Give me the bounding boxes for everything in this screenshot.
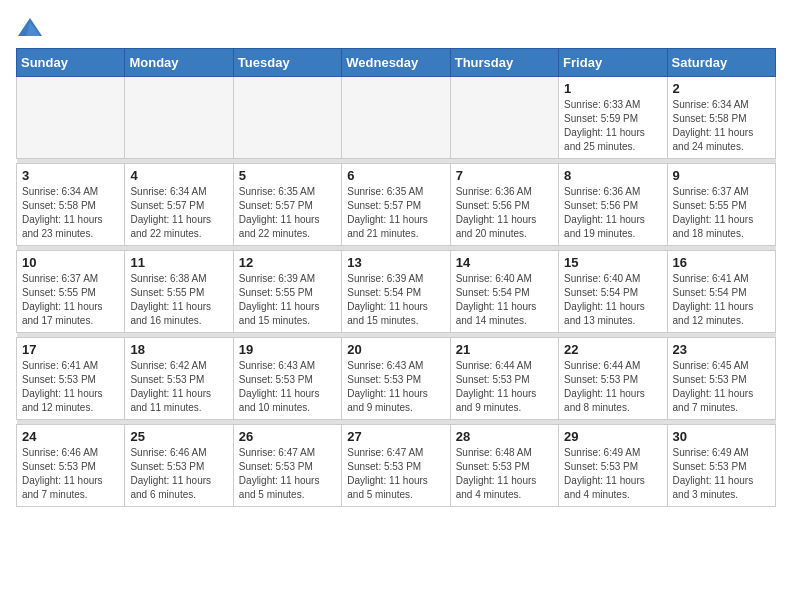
day-info: Sunrise: 6:36 AM Sunset: 5:56 PM Dayligh… [564, 185, 661, 241]
day-number: 24 [22, 429, 119, 444]
day-number: 6 [347, 168, 444, 183]
day-info: Sunrise: 6:44 AM Sunset: 5:53 PM Dayligh… [456, 359, 553, 415]
logo-icon [16, 14, 44, 42]
week-row: 1Sunrise: 6:33 AM Sunset: 5:59 PM Daylig… [17, 77, 776, 159]
calendar-cell [17, 77, 125, 159]
calendar-cell: 27Sunrise: 6:47 AM Sunset: 5:53 PM Dayli… [342, 425, 450, 507]
calendar-cell: 22Sunrise: 6:44 AM Sunset: 5:53 PM Dayli… [559, 338, 667, 420]
day-number: 17 [22, 342, 119, 357]
day-number: 4 [130, 168, 227, 183]
day-info: Sunrise: 6:49 AM Sunset: 5:53 PM Dayligh… [564, 446, 661, 502]
calendar-cell: 25Sunrise: 6:46 AM Sunset: 5:53 PM Dayli… [125, 425, 233, 507]
calendar-cell: 15Sunrise: 6:40 AM Sunset: 5:54 PM Dayli… [559, 251, 667, 333]
calendar-cell: 3Sunrise: 6:34 AM Sunset: 5:58 PM Daylig… [17, 164, 125, 246]
day-info: Sunrise: 6:36 AM Sunset: 5:56 PM Dayligh… [456, 185, 553, 241]
day-number: 19 [239, 342, 336, 357]
day-info: Sunrise: 6:47 AM Sunset: 5:53 PM Dayligh… [239, 446, 336, 502]
calendar-cell: 23Sunrise: 6:45 AM Sunset: 5:53 PM Dayli… [667, 338, 775, 420]
calendar-cell: 30Sunrise: 6:49 AM Sunset: 5:53 PM Dayli… [667, 425, 775, 507]
weekday-header: Wednesday [342, 49, 450, 77]
day-info: Sunrise: 6:39 AM Sunset: 5:54 PM Dayligh… [347, 272, 444, 328]
day-number: 26 [239, 429, 336, 444]
calendar-cell: 13Sunrise: 6:39 AM Sunset: 5:54 PM Dayli… [342, 251, 450, 333]
day-number: 11 [130, 255, 227, 270]
calendar-cell: 20Sunrise: 6:43 AM Sunset: 5:53 PM Dayli… [342, 338, 450, 420]
day-number: 8 [564, 168, 661, 183]
day-number: 25 [130, 429, 227, 444]
calendar-cell [125, 77, 233, 159]
week-row: 10Sunrise: 6:37 AM Sunset: 5:55 PM Dayli… [17, 251, 776, 333]
logo [16, 14, 48, 42]
calendar-cell: 29Sunrise: 6:49 AM Sunset: 5:53 PM Dayli… [559, 425, 667, 507]
day-info: Sunrise: 6:40 AM Sunset: 5:54 PM Dayligh… [564, 272, 661, 328]
weekday-header: Friday [559, 49, 667, 77]
day-info: Sunrise: 6:46 AM Sunset: 5:53 PM Dayligh… [22, 446, 119, 502]
day-number: 22 [564, 342, 661, 357]
calendar-cell: 18Sunrise: 6:42 AM Sunset: 5:53 PM Dayli… [125, 338, 233, 420]
day-info: Sunrise: 6:35 AM Sunset: 5:57 PM Dayligh… [347, 185, 444, 241]
weekday-header: Sunday [17, 49, 125, 77]
day-info: Sunrise: 6:45 AM Sunset: 5:53 PM Dayligh… [673, 359, 770, 415]
day-number: 14 [456, 255, 553, 270]
day-number: 27 [347, 429, 444, 444]
day-info: Sunrise: 6:38 AM Sunset: 5:55 PM Dayligh… [130, 272, 227, 328]
day-info: Sunrise: 6:34 AM Sunset: 5:58 PM Dayligh… [22, 185, 119, 241]
header [16, 10, 776, 42]
day-info: Sunrise: 6:41 AM Sunset: 5:53 PM Dayligh… [22, 359, 119, 415]
day-number: 7 [456, 168, 553, 183]
calendar-cell: 17Sunrise: 6:41 AM Sunset: 5:53 PM Dayli… [17, 338, 125, 420]
day-info: Sunrise: 6:41 AM Sunset: 5:54 PM Dayligh… [673, 272, 770, 328]
day-number: 16 [673, 255, 770, 270]
week-row: 17Sunrise: 6:41 AM Sunset: 5:53 PM Dayli… [17, 338, 776, 420]
day-info: Sunrise: 6:40 AM Sunset: 5:54 PM Dayligh… [456, 272, 553, 328]
calendar-cell: 28Sunrise: 6:48 AM Sunset: 5:53 PM Dayli… [450, 425, 558, 507]
calendar-cell: 26Sunrise: 6:47 AM Sunset: 5:53 PM Dayli… [233, 425, 341, 507]
week-row: 3Sunrise: 6:34 AM Sunset: 5:58 PM Daylig… [17, 164, 776, 246]
calendar-cell: 5Sunrise: 6:35 AM Sunset: 5:57 PM Daylig… [233, 164, 341, 246]
page: SundayMondayTuesdayWednesdayThursdayFrid… [0, 0, 792, 612]
calendar-cell: 9Sunrise: 6:37 AM Sunset: 5:55 PM Daylig… [667, 164, 775, 246]
calendar-cell: 6Sunrise: 6:35 AM Sunset: 5:57 PM Daylig… [342, 164, 450, 246]
day-number: 28 [456, 429, 553, 444]
calendar-table: SundayMondayTuesdayWednesdayThursdayFrid… [16, 48, 776, 507]
day-info: Sunrise: 6:43 AM Sunset: 5:53 PM Dayligh… [347, 359, 444, 415]
day-number: 21 [456, 342, 553, 357]
day-info: Sunrise: 6:49 AM Sunset: 5:53 PM Dayligh… [673, 446, 770, 502]
calendar-cell [342, 77, 450, 159]
day-info: Sunrise: 6:34 AM Sunset: 5:58 PM Dayligh… [673, 98, 770, 154]
day-number: 18 [130, 342, 227, 357]
day-info: Sunrise: 6:44 AM Sunset: 5:53 PM Dayligh… [564, 359, 661, 415]
day-info: Sunrise: 6:42 AM Sunset: 5:53 PM Dayligh… [130, 359, 227, 415]
day-number: 23 [673, 342, 770, 357]
weekday-header: Monday [125, 49, 233, 77]
calendar-cell [233, 77, 341, 159]
calendar-cell: 2Sunrise: 6:34 AM Sunset: 5:58 PM Daylig… [667, 77, 775, 159]
day-info: Sunrise: 6:35 AM Sunset: 5:57 PM Dayligh… [239, 185, 336, 241]
day-number: 3 [22, 168, 119, 183]
day-number: 13 [347, 255, 444, 270]
weekday-header: Tuesday [233, 49, 341, 77]
calendar-cell: 19Sunrise: 6:43 AM Sunset: 5:53 PM Dayli… [233, 338, 341, 420]
day-number: 5 [239, 168, 336, 183]
day-info: Sunrise: 6:33 AM Sunset: 5:59 PM Dayligh… [564, 98, 661, 154]
calendar-cell: 10Sunrise: 6:37 AM Sunset: 5:55 PM Dayli… [17, 251, 125, 333]
weekday-header: Thursday [450, 49, 558, 77]
day-number: 29 [564, 429, 661, 444]
calendar-cell [450, 77, 558, 159]
day-number: 30 [673, 429, 770, 444]
calendar-cell: 4Sunrise: 6:34 AM Sunset: 5:57 PM Daylig… [125, 164, 233, 246]
day-number: 2 [673, 81, 770, 96]
day-info: Sunrise: 6:39 AM Sunset: 5:55 PM Dayligh… [239, 272, 336, 328]
day-number: 15 [564, 255, 661, 270]
day-info: Sunrise: 6:37 AM Sunset: 5:55 PM Dayligh… [22, 272, 119, 328]
day-info: Sunrise: 6:34 AM Sunset: 5:57 PM Dayligh… [130, 185, 227, 241]
week-row: 24Sunrise: 6:46 AM Sunset: 5:53 PM Dayli… [17, 425, 776, 507]
day-number: 1 [564, 81, 661, 96]
calendar-cell: 1Sunrise: 6:33 AM Sunset: 5:59 PM Daylig… [559, 77, 667, 159]
calendar-cell: 21Sunrise: 6:44 AM Sunset: 5:53 PM Dayli… [450, 338, 558, 420]
weekday-header-row: SundayMondayTuesdayWednesdayThursdayFrid… [17, 49, 776, 77]
day-number: 20 [347, 342, 444, 357]
calendar-cell: 8Sunrise: 6:36 AM Sunset: 5:56 PM Daylig… [559, 164, 667, 246]
calendar-cell: 16Sunrise: 6:41 AM Sunset: 5:54 PM Dayli… [667, 251, 775, 333]
calendar-cell: 14Sunrise: 6:40 AM Sunset: 5:54 PM Dayli… [450, 251, 558, 333]
